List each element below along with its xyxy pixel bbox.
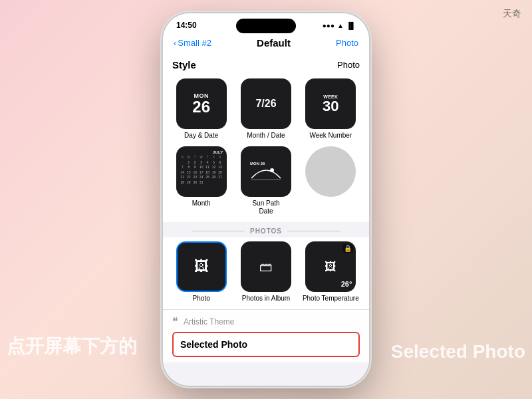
selected-photo-row[interactable]: Selected Photo	[172, 332, 360, 357]
dynamic-island	[236, 19, 296, 33]
cal-header-t: T	[192, 156, 198, 160]
quote-icon: ❝	[172, 315, 178, 328]
style-item-photo-temp[interactable]: 🔒 🖼 26° Photo Temperature	[302, 241, 360, 303]
month-label: Month	[192, 200, 211, 207]
style-section-header: Style Photo	[163, 53, 369, 74]
divider-line-left	[192, 231, 245, 231]
style-item-month-date[interactable]: 7/26 Month / Date	[237, 78, 295, 140]
style-grid-row1: MON 26 Day & Date 7/26 Month / Date WEEK	[163, 74, 369, 222]
sun-path-widget[interactable]: MON 26	[241, 146, 291, 197]
month-date-text: 7/26	[255, 98, 276, 110]
cal-month-label: JULY	[180, 150, 223, 154]
chevron-left-icon: ‹	[174, 38, 176, 48]
photo-temp-label: Photo Temperature	[303, 295, 359, 303]
back-button[interactable]: ‹ Small #2	[174, 38, 211, 48]
sun-path-label: Sun PathDate	[252, 200, 279, 215]
cal-header-s: S	[180, 156, 186, 160]
wifi-icon: ▲	[337, 22, 344, 29]
style-item-month[interactable]: JULY S M T W T F S 1 2 3 4 5	[172, 146, 230, 215]
month-date-widget[interactable]: 7/26	[241, 78, 291, 129]
cal-header-m: M	[186, 156, 192, 160]
status-time: 14:50	[176, 21, 197, 30]
svg-text:MON 26: MON 26	[250, 162, 265, 166]
photo-temp-widget[interactable]: 🔒 🖼 26°	[305, 241, 356, 292]
month-calendar-widget[interactable]: JULY S M T W T F S 1 2 3 4 5	[176, 146, 227, 197]
battery-icon: ▐▌	[346, 22, 356, 29]
photos-grid: 🖼 Photo 🗃 Photos in Album 🔒 🖼 26° Photo …	[163, 237, 369, 309]
week-number-widget[interactable]: WEEK 30	[305, 78, 356, 129]
photo-label: Photo	[337, 60, 360, 70]
style-item-photo[interactable]: 🖼 Photo	[172, 241, 230, 303]
bottom-overlay: ❝ Artistic Theme Selected Photo	[163, 309, 369, 362]
artistic-theme-row[interactable]: ❝ Artistic Theme	[172, 315, 360, 328]
back-label: Small #2	[178, 38, 211, 48]
cal-header-t2: T	[204, 156, 210, 160]
empty-widget	[305, 146, 356, 197]
temp-badge: 26°	[341, 280, 352, 288]
divider-line-right	[287, 231, 340, 231]
style-label: Style	[172, 59, 196, 70]
iphone-frame: 14:50 ●●● ▲ ▐▌ ‹ Small #2 Default Photo …	[163, 13, 369, 386]
day-date-widget[interactable]: MON 26	[176, 78, 227, 129]
photos-album-label: Photos in Album	[242, 295, 290, 303]
photos-divider-label: PHOTOS	[250, 227, 282, 235]
nav-title: Default	[257, 37, 291, 49]
artistic-theme-label: Artistic Theme	[184, 317, 234, 327]
nav-bar: ‹ Small #2 Default Photo	[163, 35, 369, 53]
photo-temp-icon: 🖼	[325, 260, 336, 274]
style-item-week-number[interactable]: WEEK 30 Week Number	[302, 78, 360, 140]
watermark-chinese: 点开屏幕下方的	[7, 334, 137, 359]
cal-header-f: F	[211, 156, 217, 160]
day-date-label: Day & Date	[184, 132, 218, 140]
selected-photo-label: Selected Photo	[180, 339, 247, 350]
svg-point-1	[270, 168, 274, 172]
week-num: 30	[323, 99, 338, 114]
month-date-label: Month / Date	[247, 132, 285, 140]
cal-grid: S M T W T F S 1 2 3 4 5 6 7	[180, 156, 223, 185]
date-num: 26	[192, 99, 210, 115]
nav-right-label: Photo	[336, 38, 358, 48]
cal-header-s2: S	[217, 156, 223, 160]
photo-label-text: Photo	[193, 295, 210, 303]
signal-icon: ●●●	[323, 22, 334, 29]
photo-widget[interactable]: 🖼	[176, 241, 227, 292]
style-item-photos-album[interactable]: 🗃 Photos in Album	[237, 241, 295, 303]
cal-header-w: W	[198, 156, 204, 160]
watermark-english: Selected Photo	[391, 341, 525, 362]
photos-album-widget[interactable]: 🗃	[241, 241, 291, 292]
brand-label: 天奇	[503, 8, 521, 20]
week-number-label: Week Number	[309, 132, 352, 140]
photo-icon: 🖼	[194, 258, 209, 275]
photos-divider: PHOTOS	[163, 222, 369, 237]
sun-path-svg: MON 26	[249, 160, 283, 184]
status-icons: ●●● ▲ ▐▌	[323, 22, 356, 29]
style-item-sun-path[interactable]: MON 26 Sun PathDate	[237, 146, 295, 215]
lock-icon: 🔒	[342, 244, 353, 253]
style-item-day-date[interactable]: MON 26 Day & Date	[172, 78, 230, 140]
style-item-empty	[302, 146, 360, 215]
photos-album-icon: 🗃	[259, 259, 273, 275]
main-content: Style Photo MON 26 Day & Date 7/26	[163, 53, 369, 386]
